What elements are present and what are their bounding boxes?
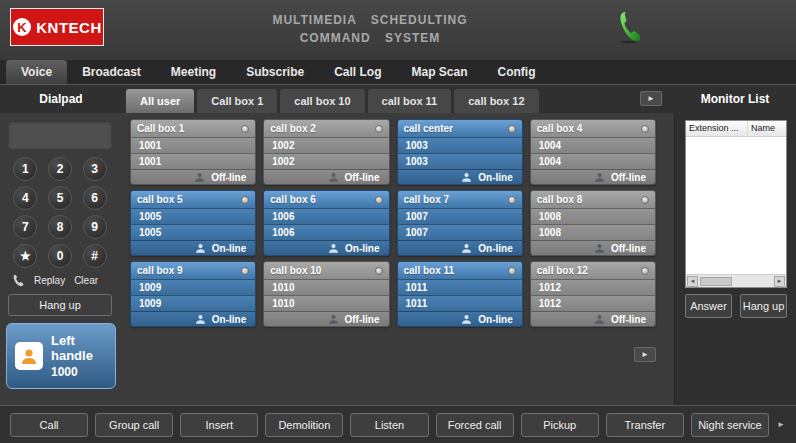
card-header: call box 11 [398,262,522,279]
call-box-card[interactable]: call box 2 1002 1002 Off-line [263,119,389,185]
scrollbar-thumb[interactable] [700,277,732,286]
card-number: 1009 [131,279,255,295]
call-box-card[interactable]: call box 11 1011 1011 On-line [397,261,523,327]
keypad-key-0[interactable]: 0 [48,244,72,268]
toolbar-next-arrow-button[interactable]: ► [776,420,786,429]
card-footer: On-line [398,169,522,184]
person-icon [194,172,205,183]
clear-button[interactable]: Clear [74,275,98,286]
status-label: Off-line [211,172,246,183]
card-title: call box 7 [404,194,450,205]
call-box-card[interactable]: call box 8 1008 1008 Off-line [530,190,656,256]
call-button[interactable]: Call [10,413,88,437]
tabs-next-arrow-button[interactable]: ► [640,91,662,106]
monitor-list[interactable]: Extension ... Name ◄ ► [685,120,787,288]
keypad-key-8[interactable]: 8 [48,215,72,239]
call-box-card[interactable]: call box 12 1012 1012 Off-line [530,261,656,327]
keypad-key-6[interactable]: 6 [83,186,107,210]
call-box-card[interactable]: call box 9 1009 1009 On-line [130,261,256,327]
card-number: 1001 [131,153,255,169]
replay-button[interactable]: Replay [34,275,65,286]
sub-header: Dialpad All user Call box 1 call box 10 … [0,85,796,113]
status-label: Off-line [611,172,646,183]
tab-config[interactable]: Config [483,60,551,84]
keypad-key-9[interactable]: 9 [83,215,107,239]
card-number: 1010 [264,295,388,311]
card-footer: Off-line [264,311,388,326]
tab-call-box-11[interactable]: call box 11 [368,89,452,113]
pickup-button[interactable]: Pickup [521,413,599,437]
call-box-card[interactable]: Call box 1 1001 1001 Off-line [130,119,256,185]
keypad-key-3[interactable]: 3 [83,157,107,181]
card-number: 1003 [398,153,522,169]
person-icon [195,314,206,325]
card-header: call box 9 [131,262,255,279]
horizontal-scrollbar[interactable]: ◄ ► [686,274,786,287]
answer-button[interactable]: Answer [685,294,732,318]
call-box-card[interactable]: call box 4 1004 1004 Off-line [530,119,656,185]
status-dot-icon [508,267,516,275]
dialpad-hang-up-button[interactable]: Hang up [8,294,112,316]
night-service-button[interactable]: Night service [691,413,769,437]
call-box-card[interactable]: call center 1003 1003 On-line [397,119,523,185]
tab-call-log[interactable]: Call Log [319,60,396,84]
keypad-key-5[interactable]: 5 [48,186,72,210]
card-footer: On-line [131,311,255,326]
handle-number: 1000 [51,365,107,379]
scroll-left-arrow-icon[interactable]: ◄ [687,276,698,287]
keypad-key-2[interactable]: 2 [48,157,72,181]
forced-call-button[interactable]: Forced call [436,413,514,437]
card-number: 1011 [398,295,522,311]
person-icon [461,243,472,254]
card-title: call box 4 [537,123,583,134]
card-number: 1002 [264,153,388,169]
listen-button[interactable]: Listen [350,413,428,437]
card-title: Call box 1 [137,123,184,134]
card-footer: On-line [264,240,388,255]
keypad-key-4[interactable]: 4 [13,186,37,210]
card-number: 1003 [398,137,522,153]
card-number: 1007 [398,224,522,240]
status-label: On-line [212,314,246,325]
card-footer: Off-line [264,169,388,184]
card-title: call center [404,123,453,134]
transfer-button[interactable]: Transfer [606,413,684,437]
tab-broadcast[interactable]: Broadcast [67,60,156,84]
card-footer: Off-line [531,311,655,326]
handset-status-icon [616,11,642,43]
keypad-key-1[interactable]: 1 [13,157,37,181]
tab-call-box-12[interactable]: call box 12 [454,89,538,113]
call-box-card[interactable]: call box 7 1007 1007 On-line [397,190,523,256]
call-box-card[interactable]: call box 5 1005 1005 On-line [130,190,256,256]
insert-button[interactable]: Insert [180,413,258,437]
left-handle-panel[interactable]: Left handle 1000 [6,323,116,389]
handset-icon[interactable] [12,274,25,287]
tab-meeting[interactable]: Meeting [156,60,231,84]
card-header: Call box 1 [131,120,255,137]
group-call-button[interactable]: Group call [95,413,173,437]
column-extension: Extension ... [686,121,748,136]
monitor-hang-up-button[interactable]: Hang up [740,294,787,318]
dial-display[interactable] [8,121,112,149]
grid-next-arrow-button[interactable]: ► [634,347,656,362]
demolition-button[interactable]: Demolition [265,413,343,437]
keypad-key-hash[interactable]: # [83,244,107,268]
scroll-right-arrow-icon[interactable]: ► [774,276,785,287]
keypad-key-7[interactable]: 7 [13,215,37,239]
card-title: call box 5 [137,194,183,205]
tab-map-scan[interactable]: Map Scan [397,60,483,84]
person-icon [594,172,605,183]
call-box-card[interactable]: call box 6 1006 1006 On-line [263,190,389,256]
status-label: On-line [478,243,512,254]
monitor-list-body[interactable] [686,137,786,274]
logo-text: KNTECH [36,19,102,36]
tab-call-box-10[interactable]: call box 10 [280,89,364,113]
tab-subscribe[interactable]: Subscribe [231,60,319,84]
status-dot-icon [508,196,516,204]
tab-voice[interactable]: Voice [6,60,67,84]
tab-all-user[interactable]: All user [126,89,194,113]
tab-call-box-1[interactable]: Call box 1 [197,89,277,113]
card-number: 1007 [398,208,522,224]
call-box-card[interactable]: call box 10 1010 1010 Off-line [263,261,389,327]
keypad-key-star[interactable]: ★ [13,244,37,268]
